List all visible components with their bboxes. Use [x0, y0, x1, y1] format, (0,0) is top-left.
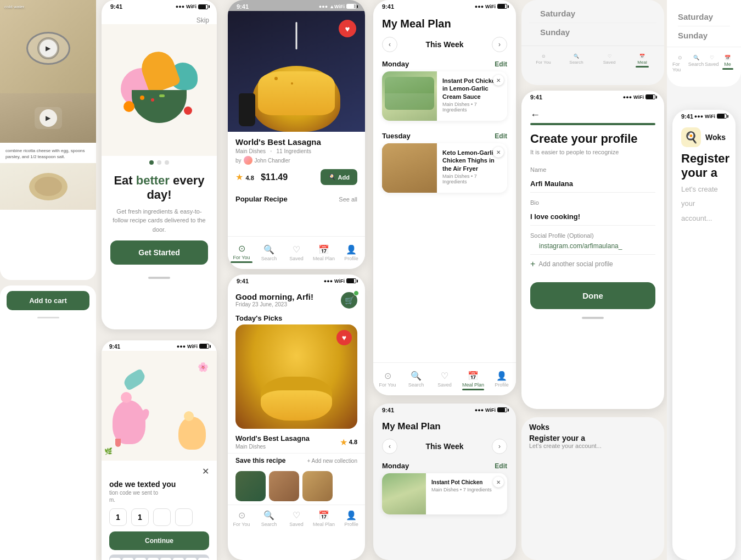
add-to-cart-button-2[interactable]: Add to cart — [7, 291, 89, 310]
otp-digit-3[interactable] — [153, 508, 171, 526]
recipe-hero-image: ▶ cold water. — [0, 0, 96, 96]
search-nav-icon: 🔍 — [263, 510, 274, 520]
add-to-cart-section: Add to cart — [0, 285, 96, 560]
profile-subtitle: It is easier to people to recognize — [521, 148, 664, 163]
saved-thumb-2[interactable] — [269, 471, 299, 501]
name-input[interactable]: Arfi Maulana — [530, 175, 655, 193]
nav-col6-search[interactable]: 🔍 Search — [688, 51, 704, 77]
recipe-description: combine ricotta cheese with egg, spoons … — [0, 145, 96, 162]
nav-col6-saved[interactable]: ♡ Saved — [704, 51, 720, 77]
key-p[interactable]: P — [211, 558, 217, 560]
key-r[interactable]: R — [135, 558, 146, 560]
home-nav-icon: ⊙ — [238, 510, 245, 520]
recipe-meta: Main Dishes • 11 Ingredients — [235, 148, 357, 154]
continue-button[interactable]: Continue — [109, 531, 209, 550]
nav-cont-meal[interactable]: 📅 Meal — [626, 49, 659, 72]
prev-week-2[interactable]: ‹ — [382, 439, 397, 454]
saved-thumb-3[interactable] — [302, 471, 333, 501]
nav-home-profile[interactable]: 👤 Profile — [338, 506, 365, 531]
meal-plan-nav-strip: ⊙ For You 🔍 Search ♡ Saved 📅 Meal — [521, 46, 664, 75]
key-o[interactable]: O — [198, 558, 209, 560]
key-y[interactable]: Y — [160, 558, 171, 560]
see-all-link[interactable]: See all — [339, 196, 357, 203]
nav-col6-for-you[interactable]: ⊙ For You — [672, 51, 688, 77]
home-header: Good morning, Arfi! Friday 23 June, 2023… — [228, 285, 365, 311]
otp-digit-1[interactable]: 1 — [109, 508, 127, 526]
key-i[interactable]: I — [186, 558, 197, 560]
nav-for-you[interactable]: ⊙ For You — [228, 239, 255, 267]
key-w[interactable]: W — [110, 558, 121, 560]
nav-home-meal-plan[interactable]: 📅 Meal Plan — [310, 506, 338, 531]
otp-digit-4[interactable] — [175, 508, 193, 526]
keyboard-row-1: Q W E R T Y U I O P — [110, 558, 208, 560]
nav-profile[interactable]: 👤 Profile — [338, 240, 365, 266]
close-button[interactable]: ✕ — [109, 466, 209, 480]
heart-button-home[interactable]: ♥ — [336, 330, 352, 345]
back-button[interactable]: ← — [521, 102, 664, 123]
monday-section-2: Monday Edit Instant Pot Chicken Main Dis… — [373, 457, 516, 521]
heart-badge[interactable]: ♥ — [339, 20, 356, 37]
nav-col6-meal[interactable]: 📅 Me — [720, 51, 736, 77]
bottom-nav-home: ⊙ For You 🔍 Search ♡ Saved 📅 Meal Plan 👤… — [228, 505, 365, 532]
play-button-2[interactable]: ▶ — [40, 109, 57, 127]
status-bar-home: 9:41 ●●●WiFi — [228, 275, 365, 285]
play-button[interactable]: ▶ — [40, 40, 57, 57]
social-input[interactable]: instagram.com/arfimaulana_ — [530, 240, 655, 255]
nav-mp-meal-plan[interactable]: 📅 Meal Plan — [459, 366, 487, 395]
nav-home-for-you[interactable]: ⊙ For You — [228, 506, 255, 531]
nav-meal-plan[interactable]: 📅 Meal Plan — [310, 240, 338, 266]
nav-home-saved[interactable]: ♡ Saved — [283, 506, 310, 531]
monday-edit-button[interactable]: Edit — [495, 60, 507, 68]
nav-home-search[interactable]: 🔍 Search — [255, 506, 283, 531]
save-recipe-row: Save this recipe + Add new collection — [228, 453, 365, 468]
prev-week-button[interactable]: ‹ — [382, 37, 397, 52]
status-bar-meal: 9:41 ●●●WiFi — [373, 0, 516, 11]
status-bar-1: 9:41 ●●● WiFi — [102, 0, 217, 11]
key-t[interactable]: T — [148, 558, 159, 560]
nav-saved[interactable]: ♡ Saved — [283, 240, 310, 266]
nav-mp-for-you[interactable]: ⊙ For You — [373, 366, 402, 392]
battery-meal2 — [497, 407, 507, 412]
done-button[interactable]: Done — [530, 282, 655, 309]
add-social-row[interactable]: + Add another social profile — [521, 255, 664, 273]
nav-mp-search[interactable]: 🔍 Search — [402, 366, 430, 392]
nav-col6-saved-icon: ♡ — [710, 55, 714, 60]
nav-mp-saved[interactable]: ♡ Saved — [430, 366, 459, 392]
next-week-2[interactable]: › — [492, 439, 507, 454]
bio-input[interactable]: I love cooking! — [530, 208, 655, 226]
register-partial-desc: Let's create your account... — [529, 443, 656, 449]
saved-thumb-1[interactable] — [235, 471, 266, 501]
next-week-button[interactable]: › — [492, 37, 507, 52]
nav-search[interactable]: 🔍 Search — [255, 240, 283, 266]
signal-icons: ●●● WiFi — [176, 4, 208, 9]
skip-button[interactable]: Skip — [102, 11, 217, 24]
meal-card-2-close[interactable]: ✕ — [493, 477, 504, 488]
active-indicator-meal — [462, 389, 484, 390]
tuesday-edit-button[interactable]: Edit — [495, 132, 507, 140]
col6-content: Saturday Sunday ⊙ For You 🔍 Search ♡ Sav… — [667, 0, 741, 560]
key-e[interactable]: E — [122, 558, 133, 560]
key-u[interactable]: U — [173, 558, 184, 560]
nav-cont-search[interactable]: 🔍 Search — [560, 49, 593, 72]
nav-cont-for-you[interactable]: ⊙ For You — [527, 49, 560, 72]
get-started-button[interactable]: Get Started — [110, 240, 208, 265]
cold-water-text: cold water. — [4, 4, 25, 9]
meal-2-remove-button[interactable]: ✕ — [493, 147, 504, 158]
meal-plan-days-continuation: Saturday Sunday ⊙ For You 🔍 Search ♡ Sav… — [521, 0, 664, 85]
otp-screen: 9:41 ●●●WiFi 🌸 🌿 ✕ ode we — [102, 340, 217, 560]
meal-1-remove-button[interactable]: ✕ — [493, 75, 504, 86]
rating-2: 4.8 — [349, 439, 357, 445]
register-screen-partial: Woks Register your a Let's create your a… — [521, 417, 664, 560]
nav-cont-saved[interactable]: ♡ Saved — [593, 49, 626, 72]
add-collection-button[interactable]: + Add new collection — [307, 458, 357, 464]
saturday-label: Saturday — [529, 4, 656, 23]
add-recipe-button[interactable]: 🍳 Add — [321, 169, 357, 185]
otp-digit-2[interactable]: 1 — [131, 508, 149, 526]
nav-mp-profile[interactable]: 👤 Profile — [487, 366, 516, 392]
monday-edit-2[interactable]: Edit — [495, 462, 507, 470]
meal-2-subtitle: Main Dishes • 7 Ingredients — [442, 173, 502, 184]
cart-button[interactable]: 🛒 — [341, 292, 357, 309]
key-q[interactable]: Q — [102, 558, 108, 560]
salad-illustration — [115, 46, 203, 134]
otp-container: ✕ ode we texted you tion code we sent to… — [102, 461, 217, 560]
